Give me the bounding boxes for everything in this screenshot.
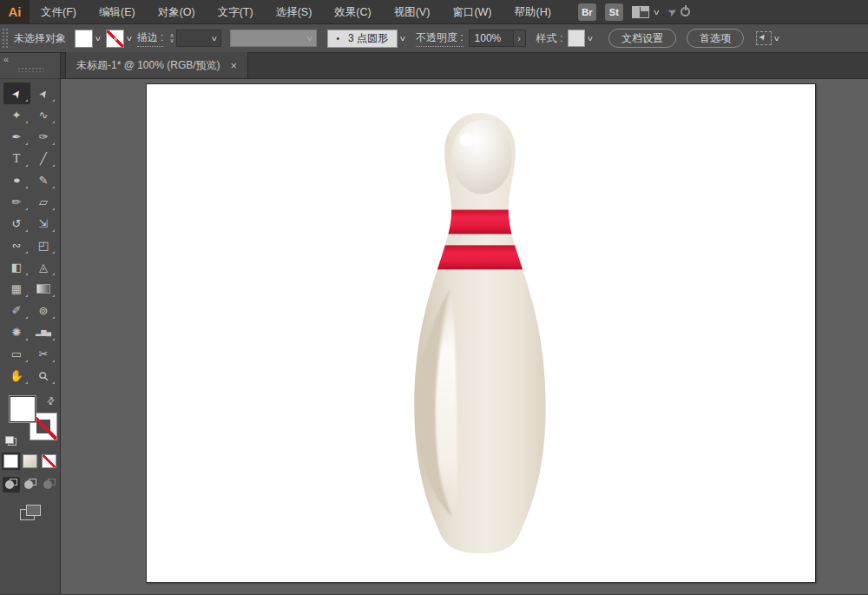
stock-button[interactable]: St [605, 3, 623, 21]
menu-item-7[interactable]: 窗口(W) [441, 0, 503, 24]
pin-head-highlight [451, 120, 512, 195]
eraser-tool[interactable]: ▱ [30, 191, 57, 213]
arrange-documents-button[interactable]: ∨ [632, 6, 660, 18]
style-swatch[interactable] [568, 30, 585, 47]
blend-tool[interactable]: ⊚ [30, 300, 57, 321]
zoom-tool[interactable]: ⚲ [30, 365, 57, 387]
stroke-weight-dropdown[interactable]: ∨ [176, 30, 221, 47]
selection-tool[interactable]: ➤ [3, 83, 30, 104]
perspective-grid-tool[interactable]: ◬ [30, 256, 57, 278]
default-fill-stroke-icon[interactable] [5, 436, 16, 446]
collapse-panel-icon[interactable]: « [3, 54, 9, 64]
none-button[interactable] [42, 454, 56, 468]
stepper-down-icon[interactable]: ∨ [169, 38, 174, 43]
chevron-down-icon: ∨ [653, 8, 661, 17]
swap-fill-stroke-icon[interactable]: ⇄ [44, 394, 58, 408]
stroke-weight-stepper[interactable]: ∧ ∨ [169, 33, 174, 43]
ellipse-tool[interactable]: ● [3, 169, 30, 191]
menu-item-5[interactable]: 效果(C) [323, 0, 382, 24]
pasteboard[interactable] [61, 79, 868, 594]
power-icon [681, 7, 690, 17]
direct-selection-tool[interactable]: ➤ [30, 83, 57, 104]
menu-item-2[interactable]: 对象(O) [147, 0, 207, 24]
selection-status: 未选择对象 [14, 31, 66, 46]
document-setup-button[interactable]: 文档设置 [608, 29, 676, 48]
opacity-apply-button[interactable]: › [514, 30, 526, 47]
app-logo: Ai [0, 0, 30, 24]
pen-icon: ✒ [12, 131, 22, 142]
share-icon[interactable]: ➤ [667, 4, 690, 20]
draw-inside-button [41, 477, 58, 493]
width-tool[interactable]: ∾ [3, 235, 30, 256]
fill-color-swatch[interactable] [75, 30, 93, 48]
eyedropper-tool[interactable]: ✐ [3, 300, 30, 321]
rotate-tool[interactable]: ↺ [3, 213, 30, 235]
chevron-down-icon[interactable]: ∨ [125, 35, 133, 43]
pen-tool[interactable]: ✒ [3, 126, 30, 148]
fill-indicator-white[interactable] [9, 395, 36, 423]
free-transform-tool[interactable]: ◰ [30, 235, 57, 256]
hand-tool[interactable]: ✋ [3, 365, 30, 387]
line-tool[interactable]: ╱ [30, 148, 57, 169]
magic-wand-tool[interactable]: ✦ [3, 104, 30, 126]
paper-plane-icon: ➤ [666, 3, 681, 19]
lasso-tool[interactable]: ∿ [30, 104, 57, 126]
preferences-button[interactable]: 首选项 [687, 29, 744, 48]
pencil-tool[interactable]: ✏ [3, 191, 30, 213]
select-similar-icon[interactable] [756, 31, 772, 45]
opacity-value: 100% [475, 32, 502, 44]
mesh-icon: ▦ [11, 283, 22, 294]
curvature-tool[interactable]: ✑ [30, 126, 57, 148]
paintbrush-tool[interactable]: ✎ [30, 169, 57, 191]
gradient-tool[interactable] [30, 278, 57, 300]
ellipse-icon: ● [12, 175, 20, 185]
stroke-color-swatch[interactable] [106, 30, 124, 48]
pencil-icon: ✏ [12, 196, 22, 208]
brush-definition-dropdown[interactable]: • 3 点圆形 [327, 30, 398, 48]
menu-item-3[interactable]: 文字(T) [207, 0, 265, 24]
color-button[interactable] [3, 454, 18, 468]
shape-builder-tool[interactable]: ◧ [3, 256, 30, 278]
chevron-down-icon[interactable]: ∨ [95, 35, 102, 43]
menu-item-8[interactable]: 帮助(H) [503, 0, 562, 24]
close-icon[interactable]: × [231, 59, 238, 72]
tools-panel: « ➤➤✦∿✒✑T╱●✎✏▱↺⇲∾◰◧◬▦✐⊚✺▂▆▄▭✂✋⚲ ⇄ [0, 53, 61, 594]
pin-stripe-top [406, 209, 553, 234]
opacity-input[interactable]: 100% [469, 30, 514, 47]
type-icon: T [13, 153, 21, 165]
scale-tool[interactable]: ⇲ [30, 213, 57, 235]
artboard[interactable] [146, 83, 816, 583]
chevron-down-icon[interactable]: ∨ [399, 35, 407, 43]
document-tab-strip: 未标题-1* @ 100% (RGB/预览) × [61, 53, 868, 79]
shape-builder-icon: ◧ [11, 261, 22, 273]
gradient-icon [36, 284, 50, 294]
bridge-button[interactable]: Br [578, 3, 596, 21]
menu-list: 文件(F)编辑(E)对象(O)文字(T)选择(S)效果(C)视图(V)窗口(W)… [30, 0, 562, 24]
chevron-down-icon[interactable]: ∨ [587, 35, 595, 43]
screen-mode-button[interactable] [20, 505, 41, 520]
menu-item-0[interactable]: 文件(F) [30, 0, 88, 24]
direct-selection-icon: ➤ [36, 87, 50, 100]
panel-grip[interactable] [2, 28, 9, 49]
opacity-label[interactable]: 不透明度 : [416, 30, 464, 47]
document-tab[interactable]: 未标题-1* @ 100% (RGB/预览) × [65, 52, 248, 78]
pin-stripe-bottom [406, 245, 553, 269]
type-tool[interactable]: T [3, 148, 30, 169]
mesh-tool[interactable]: ▦ [3, 278, 30, 300]
menu-item-6[interactable]: 视图(V) [383, 0, 442, 24]
tools-panel-grip[interactable] [17, 67, 43, 72]
gradient-button[interactable] [23, 454, 37, 468]
zoom-icon: ⚲ [36, 368, 50, 383]
column-graph-tool[interactable]: ▂▆▄ [30, 321, 57, 343]
slice-tool[interactable]: ✂ [30, 343, 57, 365]
slice-icon: ✂ [39, 348, 49, 360]
artboard-tool[interactable]: ▭ [3, 343, 30, 365]
symbol-sprayer-tool[interactable]: ✺ [3, 321, 30, 343]
draw-behind-button[interactable] [22, 477, 39, 493]
menu-item-4[interactable]: 选择(S) [265, 0, 324, 24]
draw-normal-button[interactable] [3, 477, 20, 493]
chevron-down-icon[interactable]: ∨ [773, 35, 781, 43]
bowling-pin-artwork[interactable] [147, 84, 815, 582]
stroke-weight-label[interactable]: 描边 : [137, 30, 164, 47]
menu-item-1[interactable]: 编辑(E) [88, 0, 147, 24]
